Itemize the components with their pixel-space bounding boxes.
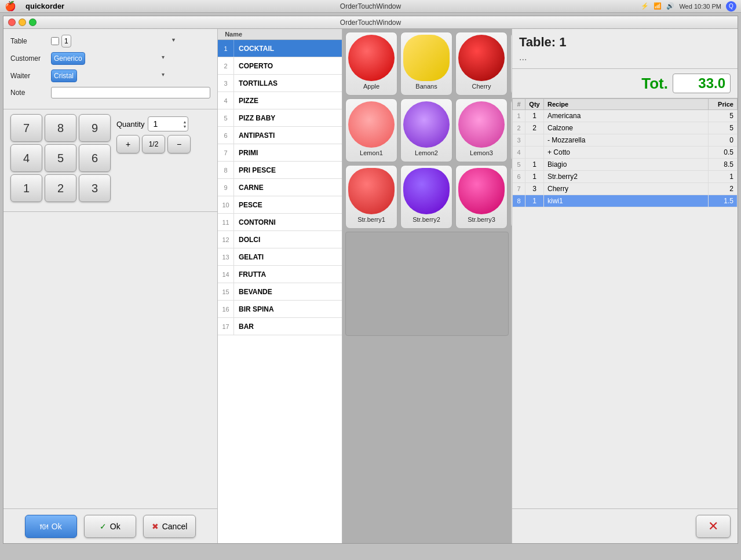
maximize-button[interactable] bbox=[29, 19, 36, 26]
delete-button[interactable]: ✕ bbox=[696, 515, 731, 538]
category-list-container: 1 COCKTAIL 2 COPERTO 3 TORTILLAS 4 PIZZE… bbox=[218, 40, 342, 335]
macos-menubar: 🍎 quickorder OrderTouchWindow ⚡ 📶 🔊 Wed … bbox=[0, 0, 741, 13]
cat-name: FRUTTA bbox=[234, 268, 271, 281]
category-item-12[interactable]: 12 DOLCI bbox=[218, 231, 342, 248]
quantity-arrows[interactable]: ▲ ▼ bbox=[182, 120, 187, 129]
category-header: Name bbox=[218, 29, 342, 40]
category-item-1[interactable]: 1 COCKTAIL bbox=[218, 40, 342, 57]
minimize-button[interactable] bbox=[19, 19, 26, 26]
num-1-button[interactable]: 1 bbox=[10, 174, 42, 202]
numpad-section: 7 8 9 4 5 6 1 2 3 Quantity bbox=[3, 109, 217, 212]
window-controls bbox=[8, 19, 36, 26]
order-row[interactable]: 5 1 Biagio 8.5 bbox=[513, 159, 738, 171]
ok2-label: Ok bbox=[110, 522, 121, 531]
customer-select[interactable]: Generico bbox=[51, 52, 85, 65]
order-row-recipe: Str.berry2 bbox=[544, 171, 709, 183]
category-item-4[interactable]: 4 PIZZE bbox=[218, 92, 342, 109]
left-config-panel: Table 1 ▾ Customer Generico bbox=[3, 29, 218, 543]
category-item-16[interactable]: 16 BIR SPINA bbox=[218, 301, 342, 318]
order-row-num: 5 bbox=[513, 159, 525, 171]
category-item-15[interactable]: 15 BEVANDE bbox=[218, 283, 342, 301]
product-item-lemon1[interactable]: Lemon1 bbox=[345, 98, 397, 162]
category-item-17[interactable]: 17 BAR bbox=[218, 318, 342, 335]
category-item-2[interactable]: 2 COPERTO bbox=[218, 57, 342, 75]
product-item-lemon3[interactable]: Lemon3 bbox=[455, 98, 508, 162]
order-row[interactable]: 8 1 kiwi1 1.5 bbox=[513, 195, 738, 207]
cat-num: 13 bbox=[218, 248, 234, 265]
order-row[interactable]: 2 2 Calzone 5 bbox=[513, 122, 738, 134]
quantity-row: Quantity 1 ▲ ▼ bbox=[116, 116, 191, 131]
order-row-recipe: kiwi1 bbox=[544, 195, 709, 207]
minus-button[interactable]: − bbox=[167, 135, 191, 153]
num-8-button[interactable]: 8 bbox=[45, 114, 76, 142]
right-bottom-bar: ✕ bbox=[512, 508, 738, 543]
customer-row-form: Customer Generico bbox=[10, 52, 210, 65]
ok2-button[interactable]: ✓ Ok bbox=[84, 515, 136, 538]
close-button[interactable] bbox=[8, 19, 16, 26]
product-image bbox=[348, 101, 395, 148]
num-9-button[interactable]: 9 bbox=[79, 114, 111, 142]
ok1-button[interactable]: 🍽 Ok bbox=[25, 515, 77, 538]
order-row[interactable]: 3 - Mozzarella 0 bbox=[513, 134, 738, 147]
table-checkbox[interactable] bbox=[51, 37, 59, 45]
order-table-title: Table: 1 bbox=[519, 35, 731, 50]
note-input[interactable] bbox=[51, 87, 210, 98]
order-header: Table: 1 ... bbox=[512, 29, 738, 69]
numpad-grid: 7 8 9 4 5 6 1 2 3 bbox=[10, 114, 111, 202]
category-item-6[interactable]: 6 ANTIPASTI bbox=[218, 127, 342, 144]
num-7-button[interactable]: 7 bbox=[10, 114, 42, 142]
apple-menu-icon[interactable]: 🍎 bbox=[5, 1, 16, 12]
plus-button[interactable]: + bbox=[116, 135, 140, 153]
category-item-13[interactable]: 13 GELATI bbox=[218, 248, 342, 266]
cat-num: 2 bbox=[218, 57, 234, 74]
app-menu-name[interactable]: quickorder bbox=[25, 2, 64, 10]
product-item-apple[interactable]: Apple bbox=[345, 32, 397, 96]
category-item-3[interactable]: 3 TORTILLAS bbox=[218, 75, 342, 92]
cat-name: PRIMI bbox=[234, 147, 262, 159]
right-order-panel: Table: 1 ... Tot. 33.0 # Qty Recipe Pric… bbox=[512, 29, 738, 543]
category-item-10[interactable]: 10 PESCE bbox=[218, 196, 342, 214]
order-total-row: Tot. 33.0 bbox=[512, 69, 738, 98]
order-row[interactable]: 4 + Cotto 0.5 bbox=[513, 147, 738, 159]
cat-num: 4 bbox=[218, 92, 234, 109]
table-select[interactable]: 1 bbox=[61, 35, 71, 47]
product-item-strberry3[interactable]: Str.berry3 bbox=[455, 165, 508, 229]
cat-name: PRI PESCE bbox=[234, 164, 280, 177]
order-row[interactable]: 7 3 Cherry 2 bbox=[513, 183, 738, 195]
category-item-9[interactable]: 9 CARNE bbox=[218, 179, 342, 196]
table-label: Table bbox=[10, 37, 51, 45]
num-3-button[interactable]: 3 bbox=[79, 174, 111, 202]
product-item-lemon2[interactable]: Lemon2 bbox=[400, 98, 452, 162]
num-5-button[interactable]: 5 bbox=[45, 144, 76, 172]
note-row-form: Note bbox=[10, 87, 210, 98]
category-item-8[interactable]: 8 PRI PESCE bbox=[218, 162, 342, 179]
product-item-strberry1[interactable]: Str.berry1 bbox=[345, 165, 397, 229]
order-row[interactable]: 1 1 Americana 5 bbox=[513, 110, 738, 122]
num-6-button[interactable]: 6 bbox=[79, 144, 111, 172]
half-button[interactable]: 1/2 bbox=[142, 135, 165, 153]
cat-name: ANTIPASTI bbox=[234, 129, 279, 142]
bluetooth-icon: ⚡ bbox=[641, 2, 649, 10]
product-item-banans[interactable]: Banans bbox=[400, 32, 452, 96]
cat-name: BAR bbox=[234, 320, 258, 333]
order-row-qty: 1 bbox=[525, 110, 544, 122]
order-row-price: 2 bbox=[709, 183, 738, 195]
waiter-select[interactable]: Cristal bbox=[51, 69, 77, 82]
cat-num: 3 bbox=[218, 75, 234, 91]
total-label: Tot. bbox=[641, 75, 668, 93]
num-2-button[interactable]: 2 bbox=[45, 174, 76, 202]
product-image bbox=[458, 168, 505, 214]
cancel-button[interactable]: ✖ Cancel bbox=[143, 515, 196, 538]
category-item-7[interactable]: 7 PRIMI bbox=[218, 144, 342, 162]
wifi-icon: 📶 bbox=[654, 2, 662, 10]
product-item-strberry2[interactable]: Str.berry2 bbox=[400, 165, 452, 229]
waiter-label: Waiter bbox=[10, 72, 51, 80]
order-row[interactable]: 6 1 Str.berry2 1 bbox=[513, 171, 738, 183]
product-item-cherry[interactable]: Cherry bbox=[455, 32, 508, 96]
form-section: Table 1 ▾ Customer Generico bbox=[3, 29, 217, 109]
category-item-5[interactable]: 5 PIZZ BABY bbox=[218, 109, 342, 127]
order-row-recipe: Biagio bbox=[544, 159, 709, 171]
category-item-11[interactable]: 11 CONTORNI bbox=[218, 214, 342, 231]
category-item-14[interactable]: 14 FRUTTA bbox=[218, 266, 342, 283]
num-4-button[interactable]: 4 bbox=[10, 144, 42, 172]
